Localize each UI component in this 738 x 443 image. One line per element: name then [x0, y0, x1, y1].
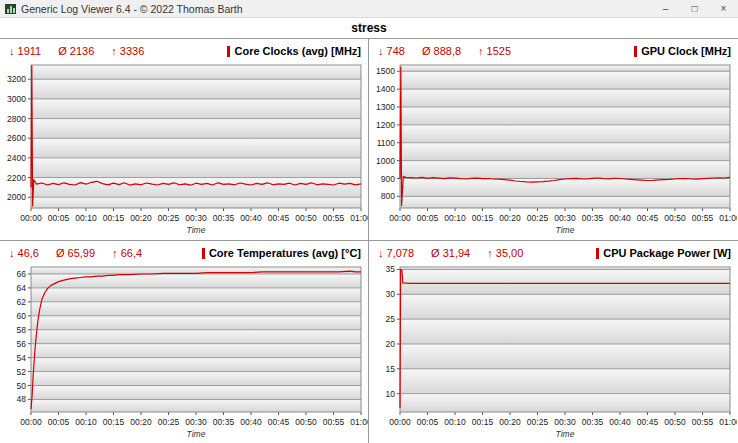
chart-title: Core Clocks (avg) [MHz] — [227, 45, 361, 57]
stat-min: ↓ 7,078 — [378, 247, 414, 259]
svg-text:30: 30 — [386, 289, 396, 299]
legend-color-mark — [202, 248, 205, 259]
maximize-button[interactable]: □ — [680, 0, 709, 17]
svg-text:2600: 2600 — [7, 133, 26, 143]
panel-gpu-clock: ↓ 748 Ø 888,8 ↑ 1525 GPU Clock [MHz] 800… — [369, 39, 738, 241]
stat-min: ↓ 1911 — [9, 45, 41, 57]
panel-core-clocks: ↓ 1911 Ø 2136 ↑ 3336 Core Clocks (avg) [… — [0, 39, 369, 241]
window-title: Generic Log Viewer 6.4 - © 2022 Thomas B… — [21, 3, 651, 15]
svg-text:01:00: 01:00 — [719, 417, 737, 427]
svg-text:1000: 1000 — [376, 156, 395, 166]
svg-text:1300: 1300 — [376, 102, 395, 112]
svg-text:10: 10 — [386, 389, 396, 399]
svg-text:00:45: 00:45 — [268, 213, 290, 223]
svg-text:1400: 1400 — [376, 84, 395, 94]
svg-text:00:10: 00:10 — [444, 213, 466, 223]
svg-text:60: 60 — [17, 311, 27, 321]
stats-row: ↓ 748 Ø 888,8 ↑ 1525 — [378, 45, 511, 57]
svg-text:62: 62 — [17, 297, 27, 307]
svg-text:00:55: 00:55 — [323, 417, 345, 427]
svg-text:00:15: 00:15 — [472, 417, 494, 427]
svg-text:00:00: 00:00 — [20, 417, 42, 427]
svg-text:00:55: 00:55 — [692, 417, 714, 427]
svg-text:00:50: 00:50 — [295, 213, 317, 223]
stat-avg: Ø 65,99 — [56, 247, 95, 259]
gpu-clock-chart[interactable]: 80090010001100120013001400150000:0000:05… — [369, 63, 737, 239]
legend-color-mark — [634, 46, 637, 57]
svg-text:00:10: 00:10 — [75, 213, 97, 223]
svg-text:00:50: 00:50 — [664, 417, 686, 427]
svg-text:00:55: 00:55 — [323, 213, 345, 223]
svg-text:00:50: 00:50 — [664, 213, 686, 223]
title-bar[interactable]: Generic Log Viewer 6.4 - © 2022 Thomas B… — [0, 0, 738, 18]
svg-text:00:40: 00:40 — [240, 417, 262, 427]
legend-color-mark — [596, 248, 599, 259]
app-icon — [5, 4, 16, 14]
svg-text:00:30: 00:30 — [185, 213, 207, 223]
minimize-button[interactable]: – — [651, 0, 680, 17]
svg-text:00:25: 00:25 — [158, 417, 180, 427]
svg-text:00:05: 00:05 — [48, 213, 70, 223]
svg-text:48: 48 — [17, 394, 27, 404]
tab-strip: stress — [0, 18, 738, 38]
chart-title: CPU Package Power [W] — [596, 247, 731, 259]
svg-text:00:00: 00:00 — [389, 417, 411, 427]
svg-text:00:15: 00:15 — [472, 213, 494, 223]
panel-header: ↓ 1911 Ø 2136 ↑ 3336 Core Clocks (avg) [… — [0, 39, 368, 63]
svg-text:00:20: 00:20 — [130, 417, 152, 427]
core-temperatures-chart[interactable]: 4850525456586062646600:0000:0500:1000:15… — [0, 265, 368, 443]
svg-text:1200: 1200 — [376, 120, 395, 130]
svg-text:900: 900 — [381, 174, 395, 184]
svg-text:1100: 1100 — [377, 138, 396, 148]
svg-text:64: 64 — [17, 283, 27, 293]
svg-text:00:35: 00:35 — [213, 417, 235, 427]
svg-text:3200: 3200 — [7, 74, 26, 84]
stat-min: ↓ 748 — [378, 45, 405, 57]
svg-text:01:00: 01:00 — [350, 417, 368, 427]
svg-text:00:40: 00:40 — [240, 213, 262, 223]
svg-text:00:00: 00:00 — [20, 213, 42, 223]
svg-text:00:50: 00:50 — [295, 417, 317, 427]
stat-min: ↓ 46,6 — [9, 247, 39, 259]
svg-text:00:45: 00:45 — [268, 417, 290, 427]
stats-row: ↓ 7,078 Ø 31,94 ↑ 35,00 — [378, 247, 523, 259]
legend-color-mark — [227, 46, 230, 57]
svg-text:15: 15 — [386, 364, 396, 374]
svg-text:35: 35 — [386, 265, 396, 274]
svg-text:01:00: 01:00 — [719, 213, 737, 223]
svg-text:00:10: 00:10 — [75, 417, 97, 427]
stats-row: ↓ 1911 Ø 2136 ↑ 3336 — [9, 45, 144, 57]
panel-cpu-package-power: ↓ 7,078 Ø 31,94 ↑ 35,00 CPU Package Powe… — [369, 241, 738, 443]
stat-avg: Ø 888,8 — [422, 45, 461, 57]
svg-text:00:25: 00:25 — [527, 213, 549, 223]
svg-text:25: 25 — [386, 314, 396, 324]
svg-text:00:35: 00:35 — [582, 417, 604, 427]
core-clocks-chart[interactable]: 200022002400260028003000320000:0000:0500… — [0, 63, 368, 239]
svg-text:50: 50 — [17, 381, 27, 391]
svg-text:00:35: 00:35 — [582, 213, 604, 223]
svg-text:Time: Time — [187, 225, 206, 235]
svg-text:54: 54 — [17, 353, 27, 363]
tab-stress[interactable]: stress — [351, 21, 386, 35]
close-button[interactable]: × — [709, 0, 738, 17]
svg-text:00:30: 00:30 — [554, 417, 576, 427]
svg-text:58: 58 — [17, 325, 27, 335]
svg-text:2400: 2400 — [7, 153, 26, 163]
svg-text:00:05: 00:05 — [48, 417, 70, 427]
svg-text:00:45: 00:45 — [637, 417, 659, 427]
svg-text:00:40: 00:40 — [609, 417, 631, 427]
svg-text:00:15: 00:15 — [103, 213, 125, 223]
cpu-package-power-chart[interactable]: 10152025303500:0000:0500:1000:1500:2000:… — [369, 265, 737, 443]
svg-text:00:25: 00:25 — [527, 417, 549, 427]
svg-text:2200: 2200 — [7, 173, 26, 183]
app-window: Generic Log Viewer 6.4 - © 2022 Thomas B… — [0, 0, 738, 443]
svg-text:Time: Time — [556, 429, 575, 439]
stats-row: ↓ 46,6 Ø 65,99 ↑ 66,4 — [9, 247, 142, 259]
window-controls: – □ × — [651, 0, 738, 17]
svg-text:00:25: 00:25 — [158, 213, 180, 223]
chart-title: Core Temperatures (avg) [°C] — [202, 247, 361, 259]
svg-text:00:35: 00:35 — [213, 213, 235, 223]
svg-text:00:05: 00:05 — [417, 417, 439, 427]
stat-max: ↑ 35,00 — [487, 247, 523, 259]
panel-header: ↓ 7,078 Ø 31,94 ↑ 35,00 CPU Package Powe… — [369, 241, 738, 265]
